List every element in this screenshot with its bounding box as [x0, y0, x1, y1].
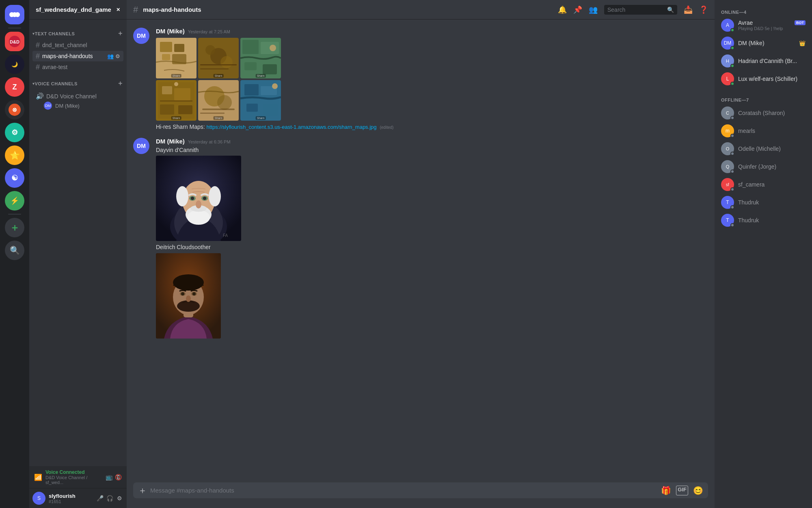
add-content-button[interactable]: ＋ — [138, 486, 147, 495]
status-dot-odelle — [730, 152, 734, 156]
server-icon-6[interactable]: ⭐ — [5, 145, 24, 165]
map-image-grid[interactable]: Sharn — [156, 38, 282, 121]
deafen-icon[interactable]: 🎧 — [106, 494, 114, 502]
add-channel-icon[interactable]: ＋ — [117, 29, 124, 38]
server-header[interactable]: sf_wednesday_dnd_game ✕ — [29, 0, 127, 20]
member-item-mearls[interactable]: m mearls — [718, 122, 809, 140]
member-item-thudruk-2[interactable]: T Thudruk — [718, 211, 809, 229]
portrait-deitrich[interactable] — [156, 253, 221, 339]
text-channels-category[interactable]: ▾ TEXT CHANNELS ＋ — [29, 23, 127, 39]
map-tile-6[interactable]: Sharn — [240, 80, 281, 121]
voice-controls: 📺 📵 — [106, 474, 122, 480]
voice-channels-category[interactable]: ▾ VOICE CHANNELS ＋ — [29, 73, 127, 89]
message-author-1[interactable]: DM (Mike) — [156, 28, 185, 35]
member-item-sfcamera[interactable]: sf sf_camera — [718, 176, 809, 193]
explore-servers-button[interactable]: 🔍 — [5, 241, 24, 260]
emoji-icon[interactable]: 😊 — [693, 486, 703, 495]
channel-item-maps-handouts[interactable]: # maps-and-handouts 👥 ⚙ — [32, 51, 123, 61]
map-tile-5[interactable]: Sharn — [198, 80, 239, 121]
svg-rect-41 — [263, 104, 278, 116]
member-item-quinfer[interactable]: Q Quinfer (Jorge) — [718, 158, 809, 176]
status-dot-lux — [730, 82, 734, 86]
voice-channel-header[interactable]: 🔊 D&D Voice Channel — [36, 91, 120, 101]
screenshare-icon[interactable]: 📺 — [106, 474, 112, 480]
server-icon-5[interactable]: ⚙ — [5, 123, 24, 142]
svg-rect-28 — [160, 100, 192, 102]
voice-status: Voice Connected D&D Voice Channel / sf_w… — [45, 469, 102, 485]
map-tile-4[interactable]: Sharn — [156, 80, 197, 121]
notification-bell-icon[interactable]: 🔔 — [558, 5, 567, 14]
member-name-thudruk-1: Thudruk — [738, 199, 806, 206]
help-icon[interactable]: ❓ — [699, 5, 708, 14]
svg-point-70 — [192, 292, 196, 295]
gif-icon[interactable]: GIF — [676, 486, 688, 495]
server-icon-8[interactable]: ⚡ — [5, 191, 24, 211]
server-divider-2 — [8, 214, 21, 215]
member-avatar-dm: DM — [721, 37, 734, 50]
server-icon-3[interactable]: Z — [5, 77, 24, 97]
message-author-2[interactable]: DM (Mike) — [156, 138, 185, 145]
map-tile-image-1: Sharn — [156, 38, 197, 78]
map-tile-label-6: Sharn — [256, 116, 266, 120]
svg-rect-16 — [200, 64, 237, 65]
signal-icon: 📶 — [34, 473, 42, 481]
member-item-avrae[interactable]: A Avrae BOT Playing D&D 5e | !help — [718, 16, 809, 34]
server-icon-latenight[interactable]: 🌙 — [5, 54, 24, 74]
svg-point-31 — [174, 82, 178, 86]
member-avatar-mearls: m — [721, 124, 734, 137]
svg-rect-29 — [160, 104, 174, 115]
channel-item-avrae-test[interactable]: # avrae-test — [32, 62, 123, 72]
member-item-dm-mike[interactable]: DM DM (Mike) 👑 — [718, 34, 809, 52]
members-list-icon[interactable]: 👥 — [589, 5, 598, 14]
add-voice-channel-icon[interactable]: ＋ — [117, 79, 124, 88]
map-tile-2[interactable]: Sharn — [198, 38, 239, 78]
channel-item-dnd-text[interactable]: # dnd_text_channel — [32, 40, 123, 50]
svg-point-15 — [220, 56, 233, 68]
server-icon-4[interactable]: ⊗ — [5, 100, 24, 119]
member-item-coratash[interactable]: C Coratash (Sharon) — [718, 104, 809, 122]
member-item-hadrian[interactable]: H Hadrian d'Cannith (Br... — [718, 52, 809, 70]
server-icon-home[interactable] — [5, 5, 24, 24]
message-header-2: DM (Mike) Yesterday at 6:36 PM — [156, 138, 708, 145]
bot-badge: BOT — [795, 20, 806, 25]
voice-member-dm[interactable]: DM DM (Mike) — [36, 101, 120, 111]
main-content: # maps-and-handouts 🔔 📌 👥 🔍 📥 ❓ DM DM (M… — [127, 0, 715, 508]
search-input[interactable] — [607, 7, 665, 13]
status-dot-hadrian — [730, 64, 734, 68]
inbox-icon[interactable]: 📥 — [684, 5, 693, 14]
pin-icon[interactable]: 📌 — [573, 5, 582, 14]
map-tile-3[interactable]: Sharn — [240, 38, 281, 78]
settings-icon[interactable]: ⚙ — [115, 53, 120, 59]
hash-icon: # — [36, 52, 40, 60]
svg-rect-40 — [246, 104, 258, 112]
members-icon[interactable]: 👥 — [107, 53, 114, 59]
map-tile-label-1: Sharn — [171, 74, 181, 78]
server-icon-7[interactable]: ☯ — [5, 168, 24, 188]
sharn-maps-link[interactable]: https://slyflourish_content.s3.us-east-1… — [206, 124, 376, 130]
message-avatar-2[interactable]: DM — [133, 138, 149, 154]
offline-section-title: OFFLINE—7 — [718, 94, 809, 104]
disconnect-icon[interactable]: 📵 — [115, 474, 122, 480]
portrait-dayvin[interactable]: FA — [156, 156, 241, 241]
member-item-lux[interactable]: L Lux w/elf-ears (Schiller) — [718, 70, 809, 88]
settings-icon[interactable]: ⚙ — [115, 494, 123, 502]
member-item-odelle[interactable]: O Odelle (Michelle) — [718, 140, 809, 158]
server-icon-dnd[interactable]: D&D — [5, 32, 24, 51]
search-bar[interactable]: 🔍 — [604, 5, 677, 15]
message-avatar-1[interactable]: DM — [133, 28, 149, 44]
svg-point-57 — [176, 186, 188, 206]
user-avatar: S — [32, 492, 45, 505]
map-tile-image-3: Sharn — [240, 38, 281, 78]
mute-icon[interactable]: 🎤 — [96, 494, 104, 502]
member-avatar-sfcamera: sf — [721, 178, 734, 191]
map-tile-1[interactable]: Sharn — [156, 38, 197, 78]
svg-rect-9 — [174, 44, 184, 52]
gift-icon[interactable]: 🎁 — [661, 486, 671, 495]
member-subtext-avrae: Playing D&D 5e | !help — [738, 26, 806, 31]
add-server-button[interactable]: ＋ — [5, 218, 24, 237]
message-content-1: DM (Mike) Yesterday at 7:25 AM — [156, 28, 708, 131]
member-item-thudruk-1[interactable]: T Thudruk — [718, 193, 809, 211]
map-tile-image-4: Sharn — [156, 80, 197, 121]
edited-badge: (edited) — [380, 125, 393, 130]
message-input[interactable] — [150, 482, 658, 498]
